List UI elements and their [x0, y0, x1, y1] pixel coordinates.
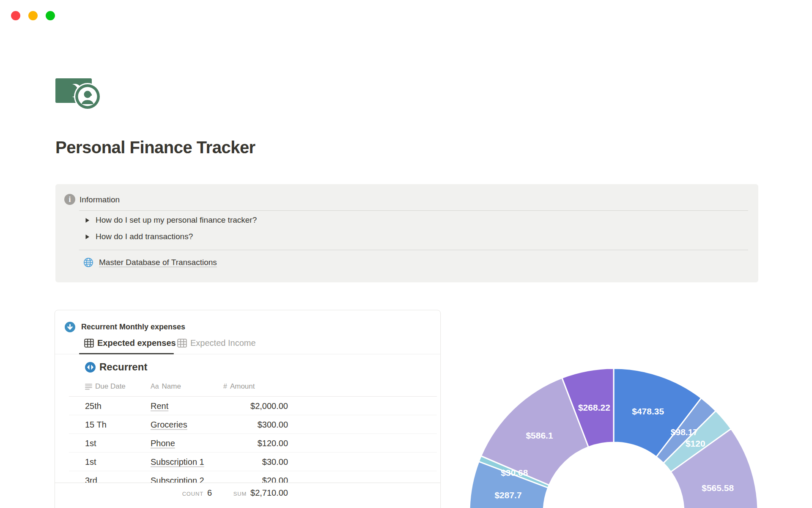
page-icon[interactable]	[55, 78, 102, 112]
zoom-window-button[interactable]	[46, 11, 55, 20]
amount-cell[interactable]: $300.00	[258, 420, 288, 430]
due-date-cell[interactable]: 3rd	[85, 476, 97, 483]
expenses-donut-chart: $478.35$98.17$120$565.58$287.7$30.68$586…	[444, 347, 804, 508]
amount-cell[interactable]: $20.00	[262, 476, 288, 483]
toggle-label: How do I set up my personal finance trac…	[96, 215, 257, 225]
amount-cell[interactable]: $30.00	[262, 457, 288, 467]
divider	[79, 210, 748, 211]
callout-title: Information	[80, 195, 120, 204]
master-database-link-row: Master Database of Transactions	[83, 257, 217, 268]
due-date-cell[interactable]: 1st	[85, 439, 96, 448]
section-title: Recurrent	[99, 361, 147, 373]
count-calculation[interactable]: COUNT 6	[182, 488, 212, 497]
tab-expected-expenses[interactable]: Expected expenses	[84, 338, 176, 348]
due-date-cell[interactable]: 15 Th	[85, 420, 107, 430]
toggle-triangle-icon	[85, 234, 90, 240]
table-row[interactable]: 15 ThGroceries$300.00	[55, 415, 440, 434]
table-calculations-footer: COUNT 6 SUM $2,710.00	[55, 483, 440, 502]
donut-segment-label: $120	[686, 439, 705, 448]
toggle-setup-question[interactable]: How do I set up my personal finance trac…	[85, 215, 257, 225]
page-title: Personal Finance Tracker	[55, 138, 255, 157]
tab-label: Expected Income	[190, 338, 256, 348]
donut-segment-label: $287.7	[494, 490, 521, 500]
globe-icon	[83, 257, 94, 268]
table-icon	[177, 339, 187, 348]
divider	[79, 250, 748, 250]
table-row[interactable]: 1stPhone$120.00	[55, 434, 440, 453]
table-row[interactable]: 3rdSubscription 2$20.00	[55, 471, 440, 483]
number-property-icon: #	[223, 383, 227, 390]
donut-segment-label: $268.22	[578, 403, 610, 412]
due-date-cell[interactable]: 25th	[85, 401, 102, 411]
name-cell-page-link[interactable]: Subscription 2	[151, 476, 204, 483]
recurrent-expenses-card: Recurrent Monthly expenses Expected expe…	[55, 310, 441, 508]
money-banknote-coin-icon	[55, 78, 102, 110]
name-cell-page-link[interactable]: Subscription 1	[151, 457, 204, 467]
table-row[interactable]: 1stSubscription 1$30.00	[55, 453, 440, 471]
table-rows: 25thRent$2,000.0015 ThGroceries$300.001s…	[55, 397, 440, 483]
toggle-triangle-icon	[85, 218, 90, 223]
close-window-button[interactable]	[11, 11, 20, 20]
minimize-window-button[interactable]	[28, 11, 38, 20]
toggle-label: How do I add transactions?	[96, 232, 193, 241]
column-label: Amount	[230, 382, 255, 391]
sum-calculation[interactable]: SUM $2,710.00	[233, 488, 288, 497]
name-cell-page-link[interactable]: Groceries	[151, 420, 187, 430]
tab-label: Expected expenses	[97, 338, 176, 348]
donut-segment-label: $478.35	[632, 406, 664, 416]
window-controls	[11, 11, 55, 20]
due-date-cell[interactable]: 1st	[85, 457, 96, 467]
info-icon: i	[64, 194, 75, 205]
donut-segment-label: $98.17	[671, 427, 698, 437]
recurrent-section-heading: Recurrent	[85, 361, 147, 373]
sum-label: SUM	[233, 490, 247, 497]
information-callout: i Information How do I set up my persona…	[55, 184, 758, 282]
toggle-add-transactions-question[interactable]: How do I add transactions?	[85, 232, 193, 241]
active-tab-underline	[79, 353, 174, 354]
master-database-link[interactable]: Master Database of Transactions	[99, 258, 217, 267]
card-title: Recurrent Monthly expenses	[81, 323, 185, 331]
column-header-amount[interactable]: # Amount	[223, 382, 255, 391]
column-label: Due Date	[95, 382, 126, 391]
column-label: Name	[162, 382, 181, 391]
name-cell-page-link[interactable]: Phone	[151, 439, 175, 448]
count-label: COUNT	[182, 490, 203, 497]
table-row[interactable]: 25thRent$2,000.00	[55, 397, 440, 415]
donut-segment-label: $565.58	[702, 483, 734, 493]
tab-expected-income[interactable]: Expected Income	[177, 338, 256, 348]
donut-segment-label: $30.68	[501, 468, 528, 478]
table-header-row: Due Date Aa Name # Amount	[55, 382, 440, 395]
title-property-icon: Aa	[151, 383, 159, 390]
amount-cell[interactable]: $2,000.00	[250, 401, 288, 411]
down-arrow-circle-icon	[65, 322, 75, 332]
name-cell-page-link[interactable]: Rent	[151, 401, 168, 411]
count-value: 6	[207, 488, 212, 497]
text-property-icon	[85, 384, 92, 390]
column-header-name[interactable]: Aa Name	[151, 382, 181, 391]
sum-value: $2,710.00	[250, 488, 288, 497]
sync-arrows-circle-icon	[85, 362, 96, 373]
amount-cell[interactable]: $120.00	[258, 439, 288, 448]
column-header-due-date[interactable]: Due Date	[85, 382, 126, 391]
donut-segment-label: $586.1	[526, 431, 553, 440]
table-icon	[84, 339, 94, 348]
card-header: Recurrent Monthly expenses	[65, 322, 185, 332]
